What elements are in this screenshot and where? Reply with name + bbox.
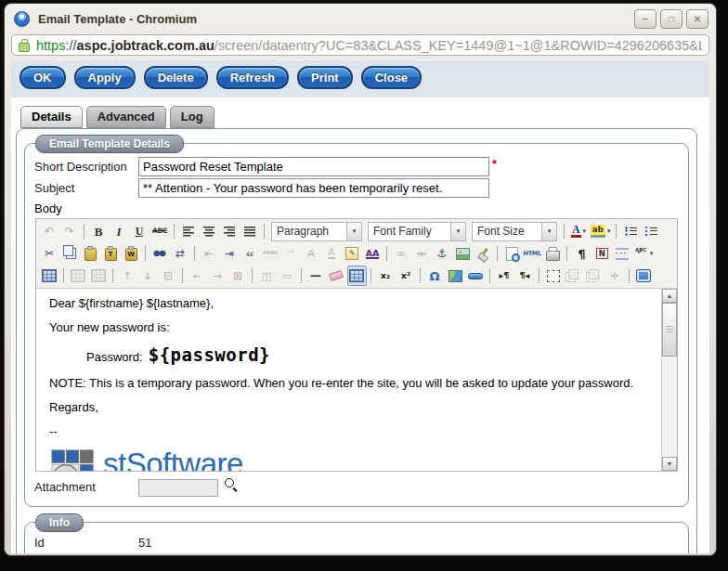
maximize-button[interactable]: □ <box>660 9 682 29</box>
signature-logo: stSoftware sustainable technology <box>51 449 653 471</box>
format-select[interactable]: Paragraph▾ <box>271 222 362 241</box>
insert-layer-icon[interactable] <box>544 266 564 286</box>
special-character-icon[interactable]: Ω <box>425 266 445 286</box>
chevron-down-icon[interactable]: ▾ <box>607 227 611 235</box>
short-description-input[interactable] <box>138 157 489 176</box>
move-forward-icon <box>565 266 584 286</box>
font-size-select-value: Font Size <box>473 225 541 238</box>
cleanup-icon[interactable] <box>474 243 493 264</box>
align-justify-icon[interactable] <box>240 221 260 241</box>
superscript-icon[interactable]: x² <box>396 266 416 286</box>
paste-from-word-icon[interactable]: W <box>122 243 141 264</box>
close-button[interactable]: Close <box>361 66 422 89</box>
outdent-icon: ⇤ <box>200 243 219 264</box>
chevron-down-icon[interactable]: ▾ <box>583 227 587 235</box>
horizontal-rule-icon[interactable]: — <box>306 266 326 286</box>
title-bar[interactable]: Email Template - Chromium − □ ✕ <box>5 4 716 31</box>
bold-icon[interactable]: B <box>89 221 109 241</box>
url-path: /screen/dataentry?UC=83&CLASS_KEY=1449@1… <box>214 38 702 53</box>
url-text[interactable]: https://aspc.jobtrack.com.au/screen/data… <box>36 38 702 53</box>
attachment-input[interactable] <box>138 479 218 497</box>
tab-log[interactable]: Log <box>170 106 214 128</box>
merge-cells-icon: ▭ <box>278 266 297 286</box>
paste-as-text-icon[interactable]: T <box>101 243 121 264</box>
toolbar-separator <box>194 246 195 261</box>
chevron-down-icon[interactable]: ▾ <box>450 223 465 240</box>
ltr-icon[interactable]: ▸¶ <box>495 266 514 286</box>
font-family-select[interactable]: Font Family▾ <box>368 222 466 241</box>
remove-format-icon[interactable] <box>327 266 346 286</box>
blockquote-icon[interactable]: “ <box>240 243 260 264</box>
source-code-icon[interactable]: HTML <box>523 243 542 264</box>
spellcheck-icon[interactable]: ABC▾ <box>633 243 655 264</box>
align-left-icon[interactable] <box>179 221 199 241</box>
print-button[interactable]: Print <box>297 66 353 89</box>
preview-icon[interactable] <box>502 243 522 264</box>
ssl-padlock-icon[interactable] <box>19 43 30 52</box>
italic-icon[interactable]: I <box>110 221 129 241</box>
chevron-down-icon[interactable]: ▾ <box>541 223 556 240</box>
cut-icon[interactable]: ✂ <box>40 243 59 264</box>
close-window-button[interactable]: ✕ <box>686 9 708 29</box>
ok-button[interactable]: OK <box>20 66 66 89</box>
chromium-icon <box>14 11 30 27</box>
print-icon[interactable] <box>543 243 563 264</box>
visual-aid-icon[interactable] <box>347 266 367 286</box>
chevron-down-icon[interactable]: ▾ <box>346 223 361 240</box>
intro-line: Your new password is: <box>49 320 653 334</box>
indent-icon[interactable]: ⇥ <box>220 243 240 264</box>
fullscreen-icon[interactable] <box>634 266 654 286</box>
text-color-icon[interactable]: A▾ <box>569 221 589 241</box>
tab-details[interactable]: Details <box>20 106 83 128</box>
image-icon[interactable] <box>453 243 473 264</box>
editor-scrollbar[interactable]: ▲ ▼ <box>661 289 677 471</box>
find-replace-icon[interactable]: ⇄ <box>171 243 190 264</box>
refresh-button[interactable]: Refresh <box>216 66 289 89</box>
align-right-icon[interactable] <box>220 221 240 241</box>
page-break-icon[interactable] <box>613 243 632 264</box>
attachment-search-icon[interactable] <box>224 477 239 492</box>
subscript-icon[interactable]: x₂ <box>376 266 396 286</box>
toolbar-separator <box>386 246 387 261</box>
apply-button[interactable]: Apply <box>74 66 136 89</box>
font-size-select[interactable]: Font Size▾ <box>472 222 557 241</box>
info-fieldset: Info Id 51 <box>24 522 689 553</box>
minimize-button[interactable]: − <box>634 9 656 29</box>
align-center-icon[interactable] <box>200 221 219 241</box>
scroll-up-button[interactable]: ▲ <box>662 289 677 303</box>
logo-name: stSoftware <box>103 449 266 471</box>
insert-media-icon[interactable] <box>446 266 465 286</box>
anchor-icon[interactable]: ⚓ <box>433 243 452 264</box>
font-family-select-value: Font Family <box>369 225 450 238</box>
underline-icon[interactable]: U <box>130 221 150 241</box>
copy-icon[interactable] <box>60 243 80 264</box>
delete-button[interactable]: Delete <box>144 66 208 89</box>
non-breaking-space-icon[interactable]: N <box>592 243 612 264</box>
insert-attributes-icon[interactable]: ✎ <box>343 243 362 264</box>
chevron-down-icon[interactable]: ▾ <box>650 250 654 257</box>
tab-advanced[interactable]: Advanced <box>86 106 166 128</box>
strikethrough-icon[interactable]: ABC <box>150 221 170 241</box>
advanced-hr-icon[interactable] <box>466 266 486 286</box>
visual-chars-icon[interactable]: ¶ <box>572 243 592 264</box>
editor-body[interactable]: Dear ${firstname} ${lastname}, Your new … <box>36 289 677 471</box>
email-template-details-fieldset: Email Template Details Short Description… <box>24 143 689 507</box>
paste-icon[interactable] <box>81 243 100 264</box>
signature-delimiter: -- <box>49 424 653 438</box>
address-bar[interactable]: https://aspc.jobtrack.com.au/screen/data… <box>11 34 709 56</box>
scroll-down-button[interactable]: ▼ <box>662 457 677 471</box>
insert-table-icon[interactable] <box>40 266 59 286</box>
rtl-icon[interactable]: ¶◂ <box>515 266 535 286</box>
find-icon[interactable] <box>150 243 170 264</box>
short-description-label: Short Description <box>34 157 138 174</box>
highlight-color-icon[interactable]: ab▾ <box>590 221 612 241</box>
numbered-list-icon[interactable] <box>642 221 661 241</box>
scrollbar-thumb[interactable] <box>662 303 677 357</box>
bullet-list-icon[interactable] <box>621 221 641 241</box>
split-cells-icon: ◫ <box>257 266 277 286</box>
required-marker: * <box>492 157 497 171</box>
toolbar-separator <box>301 268 302 283</box>
subject-input[interactable] <box>138 178 489 198</box>
inserted-text-icon: A <box>322 243 342 264</box>
style-props-icon[interactable]: AA <box>363 243 383 264</box>
